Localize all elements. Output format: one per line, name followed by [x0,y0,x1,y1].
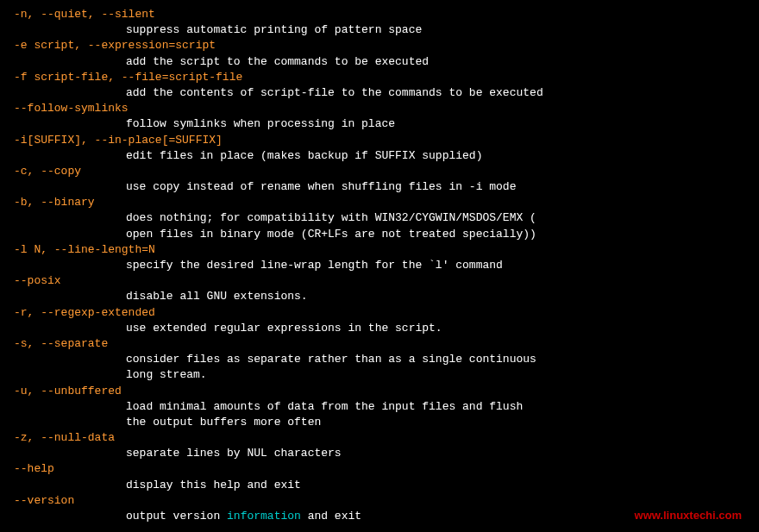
option-name: -s, --separate [14,336,759,352]
option-description: edit files in place (makes backup if SUF… [14,148,759,164]
option-name: -c, --copy [14,164,759,179]
option-description: disable all GNU extensions. [14,289,759,304]
option-name: -i[SUFFIX], --in-place[=SUFFIX] [14,133,759,148]
description-text: and exit [301,510,361,523]
option-name: --version [14,493,759,509]
option-name: --posix [14,273,759,289]
option-name: -n, --quiet, --silent [14,7,759,22]
option-description: specify the desired line-wrap length for… [14,258,759,273]
option-description: separate lines by NUL characters [14,446,759,461]
option-description: use extended regular expressions in the … [14,321,759,336]
option-name: -u, --unbuffered [14,384,759,399]
option-name: -l N, --line-length=N [14,242,759,258]
option-name: -r, --regexp-extended [14,305,759,321]
option-description: add the contents of script-file to the c… [14,85,759,101]
option-name: -b, --binary [14,195,759,210]
description-text: output version [126,510,227,523]
option-description: the output buffers more often [14,415,759,430]
option-description: suppress automatic printing of pattern s… [14,22,759,38]
option-description: display this help and exit [14,478,759,493]
highlighted-text: information [227,510,301,523]
option-description: does nothing; for compatibility with WIN… [14,210,759,226]
option-description: add the script to the commands to be exe… [14,54,759,70]
watermark-text: www.linuxtechi.com [635,508,742,523]
option-description: open files in binary mode (CR+LFs are no… [14,227,759,242]
option-name: -e script, --expression=script [14,38,759,53]
option-name: -z, --null-data [14,430,759,446]
option-description: use copy instead of rename when shufflin… [14,179,759,195]
option-description: long stream. [14,367,759,383]
option-description: load minimal amounts of data from the in… [14,399,759,415]
option-name: --help [14,461,759,477]
option-name: --follow-symlinks [14,101,759,116]
option-description: follow symlinks when processing in place [14,116,759,132]
option-description: consider files as separate rather than a… [14,352,759,367]
option-name: -f script-file, --file=script-file [14,70,759,85]
manpage-content: -n, --quiet, --silentsuppress automatic … [14,7,759,524]
